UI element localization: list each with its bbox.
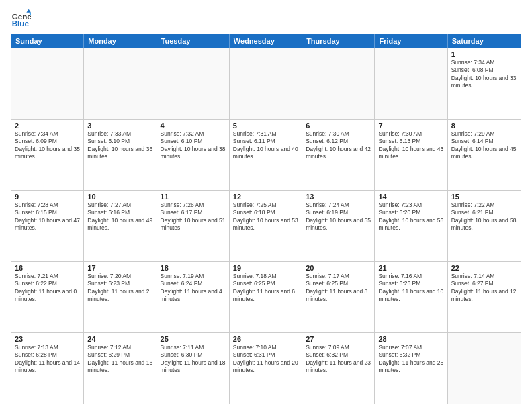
logo: General Blue: [11, 8, 34, 28]
day-number: 17: [87, 264, 152, 272]
day-info: Sunrise: 7:18 AM Sunset: 6:25 PM Dayligh…: [233, 273, 298, 304]
header-day-saturday: Saturday: [448, 34, 521, 48]
day-info: Sunrise: 7:28 AM Sunset: 6:15 PM Dayligh…: [15, 201, 80, 232]
header-day-thursday: Thursday: [302, 34, 375, 48]
day-cell-26: 26Sunrise: 7:10 AM Sunset: 6:31 PM Dayli…: [230, 333, 302, 404]
day-info: Sunrise: 7:30 AM Sunset: 6:13 PM Dayligh…: [378, 130, 443, 161]
day-cell-19: 19Sunrise: 7:18 AM Sunset: 6:25 PM Dayli…: [230, 262, 302, 332]
empty-cell: [230, 48, 302, 119]
day-number: 16: [15, 264, 80, 272]
day-info: Sunrise: 7:09 AM Sunset: 6:32 PM Dayligh…: [306, 344, 371, 375]
calendar-row-1: 1Sunrise: 7:34 AM Sunset: 6:08 PM Daylig…: [11, 48, 521, 119]
day-number: 27: [306, 335, 371, 343]
day-number: 22: [451, 264, 517, 272]
day-number: 28: [378, 335, 443, 343]
day-info: Sunrise: 7:27 AM Sunset: 6:16 PM Dayligh…: [87, 201, 152, 232]
day-number: 18: [161, 264, 226, 272]
day-number: 1: [451, 50, 517, 58]
day-info: Sunrise: 7:12 AM Sunset: 6:29 PM Dayligh…: [87, 344, 152, 375]
day-number: 7: [378, 122, 443, 130]
day-info: Sunrise: 7:23 AM Sunset: 6:20 PM Dayligh…: [378, 201, 443, 232]
day-cell-8: 8Sunrise: 7:29 AM Sunset: 6:14 PM Daylig…: [448, 120, 521, 190]
calendar-grid: 1Sunrise: 7:34 AM Sunset: 6:08 PM Daylig…: [11, 48, 521, 404]
day-number: 19: [233, 264, 298, 272]
day-cell-7: 7Sunrise: 7:30 AM Sunset: 6:13 PM Daylig…: [375, 120, 447, 190]
day-number: 15: [451, 193, 517, 201]
day-cell-23: 23Sunrise: 7:13 AM Sunset: 6:28 PM Dayli…: [11, 333, 84, 404]
day-cell-22: 22Sunrise: 7:14 AM Sunset: 6:27 PM Dayli…: [448, 262, 521, 332]
day-cell-20: 20Sunrise: 7:17 AM Sunset: 6:25 PM Dayli…: [302, 262, 375, 332]
logo-icon: General Blue: [11, 8, 31, 28]
day-cell-16: 16Sunrise: 7:21 AM Sunset: 6:22 PM Dayli…: [11, 262, 84, 332]
day-cell-27: 27Sunrise: 7:09 AM Sunset: 6:32 PM Dayli…: [302, 333, 375, 404]
day-number: 24: [87, 335, 152, 343]
calendar: SundayMondayTuesdayWednesdayThursdayFrid…: [11, 34, 521, 404]
empty-cell: [448, 333, 521, 404]
header-day-wednesday: Wednesday: [230, 34, 302, 48]
day-info: Sunrise: 7:20 AM Sunset: 6:23 PM Dayligh…: [87, 273, 152, 304]
day-cell-9: 9Sunrise: 7:28 AM Sunset: 6:15 PM Daylig…: [11, 191, 84, 261]
day-cell-1: 1Sunrise: 7:34 AM Sunset: 6:08 PM Daylig…: [448, 48, 521, 119]
day-cell-12: 12Sunrise: 7:25 AM Sunset: 6:18 PM Dayli…: [230, 191, 302, 261]
day-number: 20: [306, 264, 371, 272]
day-info: Sunrise: 7:34 AM Sunset: 6:08 PM Dayligh…: [451, 59, 517, 90]
header-day-sunday: Sunday: [11, 34, 84, 48]
day-info: Sunrise: 7:30 AM Sunset: 6:12 PM Dayligh…: [306, 130, 371, 161]
calendar-row-5: 23Sunrise: 7:13 AM Sunset: 6:28 PM Dayli…: [11, 332, 521, 404]
day-cell-17: 17Sunrise: 7:20 AM Sunset: 6:23 PM Dayli…: [84, 262, 157, 332]
day-number: 6: [306, 122, 371, 130]
day-cell-11: 11Sunrise: 7:26 AM Sunset: 6:17 PM Dayli…: [157, 191, 230, 261]
calendar-row-2: 2Sunrise: 7:34 AM Sunset: 6:09 PM Daylig…: [11, 119, 521, 190]
day-number: 13: [306, 193, 371, 201]
day-cell-15: 15Sunrise: 7:22 AM Sunset: 6:21 PM Dayli…: [448, 191, 521, 261]
empty-cell: [11, 48, 84, 119]
day-info: Sunrise: 7:25 AM Sunset: 6:18 PM Dayligh…: [233, 201, 298, 232]
calendar-row-4: 16Sunrise: 7:21 AM Sunset: 6:22 PM Dayli…: [11, 261, 521, 332]
svg-marker-2: [26, 9, 31, 13]
day-number: 9: [15, 193, 80, 201]
day-number: 3: [87, 122, 152, 130]
day-cell-14: 14Sunrise: 7:23 AM Sunset: 6:20 PM Dayli…: [375, 191, 447, 261]
header-day-friday: Friday: [375, 34, 447, 48]
day-info: Sunrise: 7:22 AM Sunset: 6:21 PM Dayligh…: [451, 201, 517, 232]
day-number: 23: [15, 335, 80, 343]
day-info: Sunrise: 7:17 AM Sunset: 6:25 PM Dayligh…: [306, 273, 371, 304]
day-info: Sunrise: 7:19 AM Sunset: 6:24 PM Dayligh…: [161, 273, 226, 304]
header: General Blue: [11, 8, 521, 28]
day-info: Sunrise: 7:33 AM Sunset: 6:10 PM Dayligh…: [87, 130, 152, 161]
empty-cell: [84, 48, 157, 119]
day-cell-4: 4Sunrise: 7:32 AM Sunset: 6:10 PM Daylig…: [157, 120, 230, 190]
page: General Blue SundayMondayTuesdayWednesda…: [0, 0, 532, 411]
day-number: 5: [233, 122, 298, 130]
day-cell-24: 24Sunrise: 7:12 AM Sunset: 6:29 PM Dayli…: [84, 333, 157, 404]
empty-cell: [302, 48, 375, 119]
day-info: Sunrise: 7:26 AM Sunset: 6:17 PM Dayligh…: [161, 201, 226, 232]
day-number: 8: [451, 122, 517, 130]
day-number: 12: [233, 193, 298, 201]
day-info: Sunrise: 7:24 AM Sunset: 6:19 PM Dayligh…: [306, 201, 371, 232]
day-number: 21: [378, 264, 443, 272]
day-info: Sunrise: 7:31 AM Sunset: 6:11 PM Dayligh…: [233, 130, 298, 161]
day-number: 11: [161, 193, 226, 201]
day-cell-25: 25Sunrise: 7:11 AM Sunset: 6:30 PM Dayli…: [157, 333, 230, 404]
day-number: 10: [87, 193, 152, 201]
day-info: Sunrise: 7:32 AM Sunset: 6:10 PM Dayligh…: [161, 130, 226, 161]
day-cell-3: 3Sunrise: 7:33 AM Sunset: 6:10 PM Daylig…: [84, 120, 157, 190]
empty-cell: [157, 48, 230, 119]
day-cell-2: 2Sunrise: 7:34 AM Sunset: 6:09 PM Daylig…: [11, 120, 84, 190]
day-cell-21: 21Sunrise: 7:16 AM Sunset: 6:26 PM Dayli…: [375, 262, 447, 332]
day-info: Sunrise: 7:11 AM Sunset: 6:30 PM Dayligh…: [161, 344, 226, 375]
day-cell-6: 6Sunrise: 7:30 AM Sunset: 6:12 PM Daylig…: [302, 120, 375, 190]
day-info: Sunrise: 7:29 AM Sunset: 6:14 PM Dayligh…: [451, 130, 517, 161]
day-number: 4: [161, 122, 226, 130]
day-info: Sunrise: 7:21 AM Sunset: 6:22 PM Dayligh…: [15, 273, 80, 304]
day-cell-13: 13Sunrise: 7:24 AM Sunset: 6:19 PM Dayli…: [302, 191, 375, 261]
day-number: 25: [161, 335, 226, 343]
calendar-row-3: 9Sunrise: 7:28 AM Sunset: 6:15 PM Daylig…: [11, 190, 521, 261]
day-number: 26: [233, 335, 298, 343]
header-day-tuesday: Tuesday: [157, 34, 230, 48]
day-info: Sunrise: 7:07 AM Sunset: 6:32 PM Dayligh…: [378, 344, 443, 375]
day-info: Sunrise: 7:34 AM Sunset: 6:09 PM Dayligh…: [15, 130, 80, 161]
empty-cell: [375, 48, 447, 119]
svg-text:Blue: Blue: [12, 19, 30, 28]
